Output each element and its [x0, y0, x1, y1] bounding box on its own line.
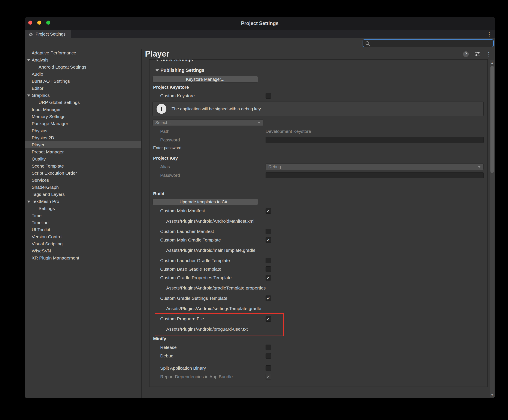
path-row: Assets/Plugins/Android/settingsTemplate.…: [149, 304, 487, 313]
scrollbar-thumb[interactable]: [490, 66, 494, 173]
sidebar-item-input-manager[interactable]: Input Manager: [25, 106, 141, 113]
sidebar-item-label: URP Global Settings: [38, 100, 80, 105]
button-row: Upgrade templates to C#...: [149, 199, 487, 205]
sidebar-item-label: Settings: [38, 206, 55, 211]
sidebar-item-memory-settings[interactable]: Memory Settings: [25, 113, 141, 120]
sidebar-item-adaptive-performance[interactable]: Adaptive Performance: [25, 49, 141, 56]
sidebar-item-label: UI Toolkit: [32, 227, 50, 232]
sidebar-item-label: Services: [32, 178, 49, 183]
sidebar-item-physics-2d[interactable]: Physics 2D: [25, 134, 141, 141]
sidebar-item-android-logcat-settings[interactable]: Android Logcat Settings: [25, 63, 141, 70]
sidebar-item-graphics[interactable]: Graphics: [25, 92, 141, 99]
sidebar-item-scene-template[interactable]: Scene Template: [25, 162, 141, 170]
checkbox-custom-gradle-properties-template[interactable]: ✔: [265, 275, 271, 280]
section-foldout-other-settings[interactable]: Other Settings: [149, 59, 487, 63]
sidebar-item-visual-scripting[interactable]: Visual Scripting: [25, 240, 141, 247]
zoom-button[interactable]: [46, 21, 50, 25]
checkbox-custom-main-gradle-template[interactable]: ✔: [265, 237, 271, 243]
password-input[interactable]: [265, 137, 484, 143]
sidebar-item-xr-plugin-management[interactable]: XR Plugin Management: [25, 254, 141, 262]
sidebar-item-tags-and-layers[interactable]: Tags and Layers: [25, 191, 141, 198]
help-icon[interactable]: ?: [463, 51, 469, 57]
setting-row-custom-main-gradle-template: Custom Main Gradle Template✔: [149, 236, 487, 244]
sidebar-item-analysis[interactable]: Analysis: [25, 56, 141, 63]
window-menu-icon[interactable]: ⋮: [486, 30, 492, 38]
checkbox-debug[interactable]: [265, 353, 271, 359]
group-label-build: Build: [153, 191, 164, 196]
sidebar-item-settings[interactable]: Settings: [25, 205, 141, 212]
sidebar-item-physics[interactable]: Physics: [25, 127, 141, 134]
checkbox-custom-gradle-settings-template[interactable]: ✔: [265, 295, 271, 301]
foldout-triangle-icon[interactable]: [155, 59, 159, 61]
group-label-project-key: Project Key: [153, 156, 178, 161]
sidebar-item-wisesvn[interactable]: WiseSVN: [25, 247, 141, 254]
keystore-manager-button[interactable]: Keystore Manager...: [153, 76, 258, 82]
setting-row-custom-base-gradle-template: Custom Base Gradle Template: [149, 265, 487, 273]
sidebar-item-label: XR Plugin Management: [32, 255, 79, 261]
sidebar-item-textmesh-pro[interactable]: TextMesh Pro: [25, 198, 141, 205]
sidebar-item-shadergraph[interactable]: ShaderGraph: [25, 184, 141, 191]
alias-dropdown[interactable]: Debug: [265, 164, 484, 170]
sidebar-item-label: ShaderGraph: [32, 185, 59, 190]
vertical-scrollbar[interactable]: ▲ ▼: [490, 60, 494, 397]
checkbox-custom-launcher-manifest[interactable]: [265, 229, 271, 234]
checkbox-split-application-binary[interactable]: [265, 365, 271, 371]
sidebar-item-label: Input Manager: [32, 107, 61, 112]
sidebar-item-script-execution-order[interactable]: Script Execution Order: [25, 170, 141, 177]
foldout-triangle-icon[interactable]: [155, 69, 159, 72]
checkbox-custom-launcher-gradle-template[interactable]: [265, 258, 271, 263]
sidebar-item-burst-aot-settings[interactable]: Burst AOT Settings: [25, 78, 141, 85]
setting-label: Custom Launcher Gradle Template: [160, 258, 230, 263]
sidebar-item-audio[interactable]: Audio: [25, 70, 141, 78]
checkbox-custom-main-manifest[interactable]: ✔: [265, 208, 271, 214]
checkbox-custom-proguard-file[interactable]: ✔: [265, 316, 271, 322]
foldout-triangle-icon[interactable]: [27, 59, 30, 61]
titlebar[interactable]: Project Settings: [25, 17, 495, 30]
checkbox-release[interactable]: [265, 345, 271, 350]
minimize-button[interactable]: [37, 21, 41, 25]
sidebar-item-services[interactable]: Services: [25, 177, 141, 184]
scroll-down-button[interactable]: ▼: [490, 393, 494, 397]
checkmark-icon: ✔: [267, 276, 270, 280]
foldout-triangle-icon[interactable]: [27, 201, 30, 203]
sidebar-item-player[interactable]: Player: [25, 141, 141, 148]
hint-text: Enter password.: [153, 145, 183, 150]
setting-row-alias: AliasDebug: [149, 163, 487, 170]
setting-label: Custom Base Gradle Template: [160, 267, 221, 272]
checkbox-custom-keystore[interactable]: [265, 93, 271, 98]
group-label-row: Project Keystore: [149, 83, 487, 91]
sidebar-item-ui-toolkit[interactable]: UI Toolkit: [25, 226, 141, 233]
keystore-select-dropdown[interactable]: Select...: [153, 119, 263, 126]
checkbox-report-dependencies-in-app-bundle[interactable]: ✔: [265, 374, 271, 380]
setting-row-report-dependencies-in-app-bundle: Report Dependencies in App Bundle✔: [149, 372, 487, 381]
sidebar-item-editor[interactable]: Editor: [25, 85, 141, 92]
group-label-project-keystore: Project Keystore: [153, 85, 189, 90]
sidebar-item-label: Memory Settings: [32, 114, 66, 119]
sidebar-item-quality[interactable]: Quality: [25, 155, 141, 162]
chevron-down-icon: [478, 166, 481, 168]
presets-icon[interactable]: [474, 52, 480, 57]
close-button[interactable]: [28, 21, 32, 25]
checkbox-custom-base-gradle-template[interactable]: [265, 266, 271, 272]
foldout-triangle-icon[interactable]: [27, 95, 30, 97]
sidebar-item-preset-manager[interactable]: Preset Manager: [25, 148, 141, 155]
sidebar-item-version-control[interactable]: Version Control: [25, 233, 141, 240]
sidebar-item-time[interactable]: Time: [25, 212, 141, 219]
highlight-group: Custom Proguard File✔Assets/Plugins/Andr…: [149, 315, 487, 333]
sidebar-item-timeline[interactable]: Timeline: [25, 219, 141, 226]
sidebar-item-package-manager[interactable]: Package Manager: [25, 120, 141, 127]
section-foldout-publishing-settings[interactable]: Publishing Settings: [149, 66, 487, 74]
more-menu-icon[interactable]: ⋮: [486, 51, 492, 57]
setting-row-custom-gradle-settings-template: Custom Gradle Settings Template✔: [149, 294, 487, 303]
upgrade-templates-to-c-button[interactable]: Upgrade templates to C#...: [153, 199, 258, 205]
password-input[interactable]: [265, 172, 484, 178]
toolbar: [25, 38, 495, 49]
scroll-up-button[interactable]: ▲: [490, 60, 494, 65]
info-icon: !: [156, 104, 166, 114]
dropdown-value: Debug: [268, 164, 281, 169]
sidebar-item-urp-global-settings[interactable]: URP Global Settings: [25, 99, 141, 106]
hint-row: Enter password.: [149, 145, 487, 151]
tab-project-settings[interactable]: Project Settings: [25, 30, 71, 38]
search-input[interactable]: [363, 39, 494, 47]
sidebar-item-label: WiseSVN: [32, 248, 51, 254]
